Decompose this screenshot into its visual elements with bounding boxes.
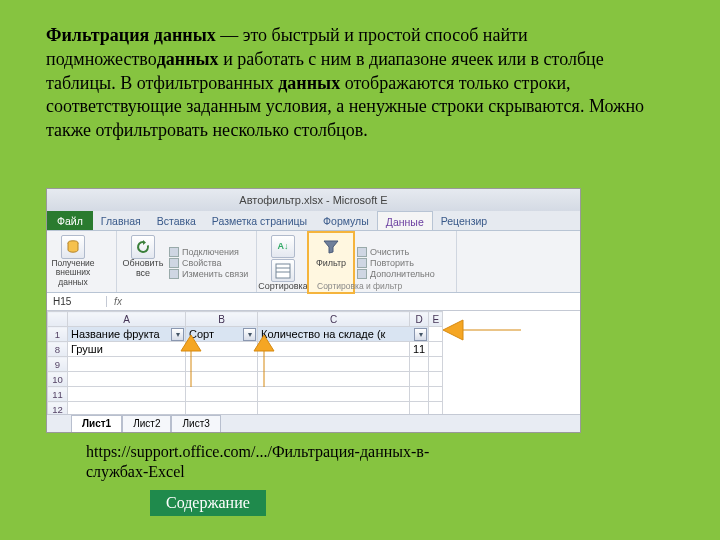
annotation-arrow-c [443,317,521,343]
sheet-tab-2[interactable]: Лист2 [122,415,171,432]
tab-data[interactable]: Данные [377,211,433,230]
table-row: 8 Груши 11 [48,342,443,357]
reapply-filter-button[interactable]: Повторить [357,258,435,268]
window-title: Автофильтр.xlsx - Microsoft E [47,189,580,211]
tab-layout[interactable]: Разметка страницы [204,211,315,230]
cell-a1[interactable]: Название фрукта▾ [68,327,186,342]
editlinks-icon [169,269,179,279]
connections-button[interactable]: Подключения [169,247,248,257]
filter-dropdown-a[interactable]: ▾ [171,328,184,341]
col-header-d[interactable]: D [410,312,429,327]
group-label-sortfilter: Сортировка и фильтр [317,281,402,291]
cell-b1[interactable]: Сорт▾ [186,327,258,342]
cell-d8[interactable]: 11 [410,342,429,357]
formula-bar: H15 fx [47,293,580,311]
source-url: https://support.office.com/.../Фильтраци… [86,442,486,482]
row-header[interactable]: 1 [48,327,68,342]
cell-c1[interactable]: Количество на складе (к▾ [258,327,429,342]
row-header[interactable]: 9 [48,357,68,372]
sort-button[interactable]: A↓ Сортировка [261,233,305,292]
properties-icon [169,258,179,268]
column-header-row: A B C D E [48,312,443,327]
cell-c8[interactable] [258,342,410,357]
connections-icon [169,247,179,257]
term1: Фильтрация данных [46,25,216,45]
edit-links-button[interactable]: Изменить связи [169,269,248,279]
sort-table-icon [271,259,295,282]
table-row: 9 [48,357,443,372]
col-header-b[interactable]: B [186,312,258,327]
cell-e1[interactable] [429,327,443,342]
col-header-a[interactable]: A [68,312,186,327]
properties-button[interactable]: Свойства [169,258,248,268]
sheet-tab-bar: Лист1 Лист2 Лист3 [47,414,580,432]
sheet-tab-3[interactable]: Лист3 [171,415,220,432]
ribbon-body: Получение внешних данных Обновить все По… [47,231,580,293]
col-header-c[interactable]: C [258,312,410,327]
clear-icon [357,247,367,257]
tab-formulas[interactable]: Формулы [315,211,377,230]
row-header[interactable]: 10 [48,372,68,387]
row-header[interactable]: 11 [48,387,68,402]
tab-insert[interactable]: Вставка [149,211,204,230]
refresh-all-button[interactable]: Обновить все [121,233,165,292]
excel-screenshot: Автофильтр.xlsx - Microsoft E Файл Главн… [46,188,581,433]
tab-review[interactable]: Рецензир [433,211,495,230]
cell-a8[interactable]: Груши [68,342,186,357]
reapply-icon [357,258,367,268]
funnel-small-icon: ▾ [419,330,423,339]
fx-icon[interactable]: fx [107,296,129,307]
svg-rect-1 [276,264,290,278]
funnel-icon [319,235,343,259]
refresh-icon [131,235,155,259]
col-header-e[interactable]: E [429,312,443,327]
select-all-corner[interactable] [48,312,68,327]
row-header[interactable]: 8 [48,342,68,357]
filter-dropdown-c[interactable]: ▾ [414,328,427,341]
tab-file[interactable]: Файл [47,211,93,230]
chevron-down-icon: ▾ [176,330,180,339]
cell-e8[interactable] [429,342,443,357]
advanced-filter-button[interactable]: Дополнительно [357,269,435,279]
chevron-down-icon: ▾ [248,330,252,339]
database-icon [61,235,85,259]
tab-home[interactable]: Главная [93,211,149,230]
contents-button[interactable]: Содержание [150,490,266,516]
intro-paragraph: Фильтрация данных — это быстрый и просто… [46,24,661,143]
sort-az-icon: A↓ [271,235,295,258]
filter-dropdown-b[interactable]: ▾ [243,328,256,341]
advanced-icon [357,269,367,279]
table-row: 1 Название фрукта▾ Сорт▾ Количество на с… [48,327,443,342]
table-row: 10 [48,372,443,387]
ribbon-tabs: Файл Главная Вставка Разметка страницы Ф… [47,211,580,231]
table-row: 11 [48,387,443,402]
clear-filter-button[interactable]: Очистить [357,247,435,257]
get-external-data-button[interactable]: Получение внешних данных [51,233,95,292]
sheet-tab-1[interactable]: Лист1 [71,415,122,432]
cell-b8[interactable] [186,342,258,357]
name-box[interactable]: H15 [47,296,107,307]
